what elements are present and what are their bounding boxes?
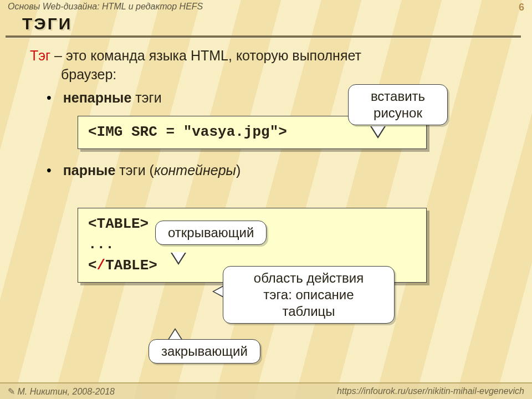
footer-author: М. Никитин, 2008-2018 bbox=[8, 386, 115, 397]
callout-scope-l1: область действия bbox=[254, 270, 364, 285]
intro-line-1: Тэг – это команда языка HTML, которую вы… bbox=[30, 47, 510, 65]
bullet-paired: парные тэги (контейнеры) bbox=[30, 161, 510, 180]
code-table-slash: / bbox=[97, 257, 106, 274]
bullet-paired-bold: парные bbox=[63, 162, 116, 178]
intro-line-2: браузер: bbox=[30, 65, 510, 84]
callout-scope-l3: таблицы bbox=[282, 304, 335, 319]
callout-opening-tail bbox=[171, 253, 186, 265]
page-title: ТЭГИ bbox=[22, 14, 532, 33]
bullet-paired-rest: тэги ( bbox=[115, 162, 154, 178]
callout-closing-tail bbox=[167, 328, 183, 340]
bullet-paired-close: ) bbox=[236, 162, 241, 178]
footer-url: https://infourok.ru/user/nikitin-mihail-… bbox=[337, 386, 524, 396]
term-tag: Тэг bbox=[30, 48, 50, 63]
bullet-unpaired-bold: непарные bbox=[63, 90, 132, 105]
code-table-open: <TABLE> bbox=[88, 216, 149, 232]
bullet-paired-ital: контейнеры bbox=[154, 162, 236, 178]
callout-closing: закрывающий bbox=[149, 339, 260, 364]
callout-insert-l2: рисунок bbox=[374, 105, 422, 120]
intro-dash: – bbox=[50, 48, 66, 63]
page-number: 6 bbox=[519, 2, 524, 14]
callout-insert-tail bbox=[370, 126, 386, 139]
callout-scope-l2: тэга: описание bbox=[263, 287, 354, 302]
code-table-close-lt: < bbox=[88, 257, 97, 274]
bullet-unpaired-rest: тэги bbox=[131, 90, 161, 105]
code-table-close-rest: TABLE> bbox=[105, 257, 157, 274]
callout-opening: открывающий bbox=[155, 221, 267, 245]
callout-insert-image: вставить рисунок bbox=[348, 84, 448, 125]
callout-scope: область действия тэга: описание таблицы bbox=[223, 266, 395, 324]
code-table-mid: ... bbox=[88, 236, 114, 253]
callout-insert-l1: вставить bbox=[371, 89, 425, 104]
intro-text-1: это команда языка HTML, которую выполняе… bbox=[66, 48, 361, 63]
breadcrumb: Основы Web-дизайна: HTML и редактор HEFS bbox=[8, 2, 203, 14]
